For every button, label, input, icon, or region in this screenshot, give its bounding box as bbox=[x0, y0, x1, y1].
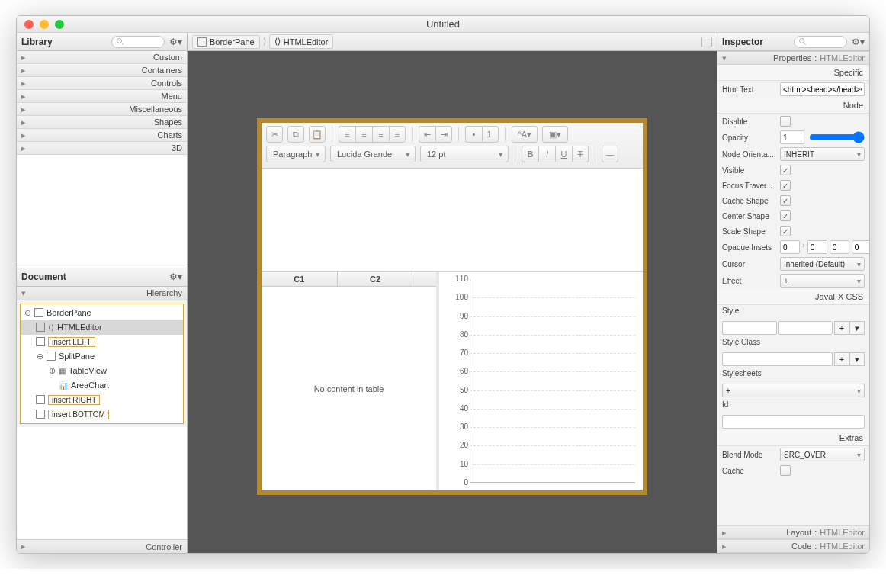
style-value-input[interactable] bbox=[778, 321, 833, 335]
outdent-button[interactable]: ⇤ bbox=[419, 126, 435, 143]
node-subhead: Node bbox=[717, 98, 869, 114]
category-containers[interactable]: ▸Containers bbox=[17, 64, 187, 77]
stylesheets-combo[interactable]: + bbox=[722, 384, 865, 397]
cut-button[interactable]: ✂ bbox=[266, 126, 283, 143]
size-combo[interactable]: 12 pt bbox=[420, 146, 509, 162]
category-3d[interactable]: ▸3D bbox=[17, 142, 187, 155]
italic-button[interactable]: I bbox=[538, 146, 555, 162]
document-menu-icon[interactable]: ⚙▾ bbox=[169, 272, 182, 282]
hierarchy-header[interactable]: ▾ Hierarchy bbox=[17, 287, 187, 300]
preview-icon[interactable] bbox=[701, 37, 712, 47]
library-menu-icon[interactable]: ⚙▾ bbox=[169, 37, 182, 47]
layout-section-header[interactable]: ▸ Layout: HTMLEditor bbox=[717, 525, 869, 539]
cache-checkbox[interactable] bbox=[780, 465, 791, 476]
htmleditor-toolbar: ✂ ⧉ 📋 ≡ ≡ ≡ ≡ ⇤ bbox=[262, 123, 643, 169]
disclosure-icon[interactable]: ⊖ bbox=[36, 352, 43, 361]
css-subhead: JavaFX CSS bbox=[717, 289, 869, 305]
opacity-input[interactable] bbox=[780, 130, 804, 144]
underline-button[interactable]: U bbox=[555, 146, 572, 162]
code-section-header[interactable]: ▸ Code: HTMLEditor bbox=[717, 539, 869, 553]
style-class-input[interactable] bbox=[722, 352, 833, 366]
cache-shape-checkbox[interactable]: ✓ bbox=[780, 195, 791, 206]
layout-icon bbox=[34, 308, 43, 317]
design-scene[interactable]: ✂ ⧉ 📋 ≡ ≡ ≡ ≡ ⇤ bbox=[257, 118, 647, 495]
align-left-button[interactable]: ≡ bbox=[339, 126, 355, 143]
paste-button[interactable]: 📋 bbox=[309, 126, 326, 143]
bullets-button[interactable]: • bbox=[465, 126, 482, 143]
styleclass-add-button[interactable]: + bbox=[834, 352, 849, 366]
editor-text-area[interactable] bbox=[262, 169, 643, 271]
column-c1[interactable]: C1 bbox=[262, 272, 338, 286]
numbered-button[interactable]: 1. bbox=[482, 126, 499, 143]
disable-checkbox[interactable] bbox=[780, 116, 791, 127]
category-shapes[interactable]: ▸Shapes bbox=[17, 116, 187, 129]
style-key-input[interactable] bbox=[722, 321, 777, 335]
paragraph-combo[interactable]: Paragraph bbox=[266, 146, 326, 162]
category-menu[interactable]: ▸Menu bbox=[17, 90, 187, 103]
library-search[interactable] bbox=[111, 36, 165, 48]
effect-combo[interactable]: + bbox=[780, 274, 865, 288]
category-charts[interactable]: ▸Charts bbox=[17, 129, 187, 142]
inspector-search[interactable] bbox=[794, 36, 847, 48]
bold-button[interactable]: B bbox=[522, 146, 538, 162]
gridline bbox=[470, 427, 635, 428]
bg-color-button[interactable]: ▣▾ bbox=[542, 126, 568, 143]
blend-combo[interactable]: SRC_OVER bbox=[780, 448, 865, 461]
inset-bottom[interactable] bbox=[830, 240, 849, 254]
tableview-preview[interactable]: C1 C2 No content in table bbox=[262, 272, 439, 490]
text-color-button[interactable]: ᴬA▾ bbox=[512, 126, 538, 143]
disclosure-icon[interactable]: ⊕ bbox=[48, 366, 56, 376]
category-controls[interactable]: ▸Controls bbox=[17, 77, 187, 90]
font-combo[interactable]: Lucida Grande bbox=[330, 146, 416, 162]
disclosure-icon[interactable]: ⊖ bbox=[24, 308, 31, 318]
y-tick: 70 bbox=[447, 349, 468, 357]
breadcrumb-htmleditor[interactable]: ⟨⟩ HTMLEditor bbox=[269, 34, 334, 49]
inset-left[interactable] bbox=[852, 240, 869, 254]
copy-button[interactable]: ⧉ bbox=[287, 126, 304, 143]
strike-button[interactable]: T bbox=[572, 146, 589, 162]
tree-tableview[interactable]: ⊕ ▦ TableView bbox=[21, 364, 183, 378]
category-custom[interactable]: ▸Custom bbox=[17, 51, 187, 64]
inspector-menu-icon[interactable]: ⚙▾ bbox=[852, 37, 865, 47]
id-input[interactable] bbox=[722, 415, 865, 429]
styleclass-menu-button[interactable]: ▾ bbox=[849, 352, 865, 366]
align-justify-button[interactable]: ≡ bbox=[389, 126, 406, 143]
html-text-input[interactable] bbox=[780, 82, 865, 96]
tree-insert-bottom[interactable]: insert BOTTOM bbox=[21, 407, 183, 422]
inset-top[interactable] bbox=[780, 240, 800, 254]
tree-insert-right[interactable]: insert RIGHT bbox=[21, 393, 183, 407]
orientation-combo[interactable]: INHERIT bbox=[780, 147, 865, 161]
cursor-combo[interactable]: Inherited (Default) bbox=[780, 257, 865, 271]
category-misc[interactable]: ▸Miscellaneous bbox=[17, 103, 187, 116]
properties-section-header[interactable]: ▾ Properties: HTMLEditor bbox=[717, 51, 869, 65]
library-categories: ▸Custom ▸Containers ▸Controls ▸Menu ▸Mis… bbox=[17, 51, 187, 155]
gridline bbox=[470, 390, 635, 391]
tree-splitpane[interactable]: ⊖ SplitPane bbox=[21, 349, 183, 364]
column-c2[interactable]: C2 bbox=[338, 272, 414, 286]
align-right-button[interactable]: ≡ bbox=[372, 126, 389, 143]
tree-areachart[interactable]: 📊 AreaChart bbox=[21, 378, 183, 393]
controller-footer[interactable]: ▸ Controller bbox=[17, 539, 187, 553]
hr-button[interactable]: — bbox=[602, 146, 618, 162]
style-add-button[interactable]: + bbox=[834, 321, 849, 335]
y-tick: 80 bbox=[447, 330, 468, 339]
tree-borderpane[interactable]: ⊖ BorderPane bbox=[21, 306, 183, 320]
layout-icon bbox=[36, 323, 45, 332]
y-tick: 110 bbox=[447, 275, 468, 283]
areachart-preview[interactable]: 0102030405060708090100110 bbox=[439, 272, 643, 490]
center-shape-checkbox[interactable]: ✓ bbox=[780, 210, 791, 221]
scale-shape-checkbox[interactable]: ✓ bbox=[780, 226, 791, 236]
style-menu-button[interactable]: ▾ bbox=[849, 321, 865, 335]
align-center-button[interactable]: ≡ bbox=[355, 126, 372, 143]
inset-right[interactable] bbox=[807, 240, 827, 254]
hierarchy-tree: ⊖ BorderPane ⟨⟩ HTMLEditor insert LEFT ⊖… bbox=[20, 304, 184, 424]
breadcrumb-borderpane[interactable]: BorderPane bbox=[192, 35, 260, 49]
indent-button[interactable]: ⇥ bbox=[435, 126, 452, 143]
opacity-slider[interactable] bbox=[809, 131, 865, 143]
visible-checkbox[interactable]: ✓ bbox=[780, 165, 791, 175]
tree-insert-left[interactable]: insert LEFT bbox=[21, 335, 183, 349]
canvas-area[interactable]: ✂ ⧉ 📋 ≡ ≡ ≡ ≡ ⇤ bbox=[188, 51, 717, 553]
tree-htmleditor[interactable]: ⟨⟩ HTMLEditor bbox=[21, 320, 183, 335]
focus-checkbox[interactable]: ✓ bbox=[780, 180, 791, 191]
inspector-title: Inspector bbox=[722, 37, 763, 47]
